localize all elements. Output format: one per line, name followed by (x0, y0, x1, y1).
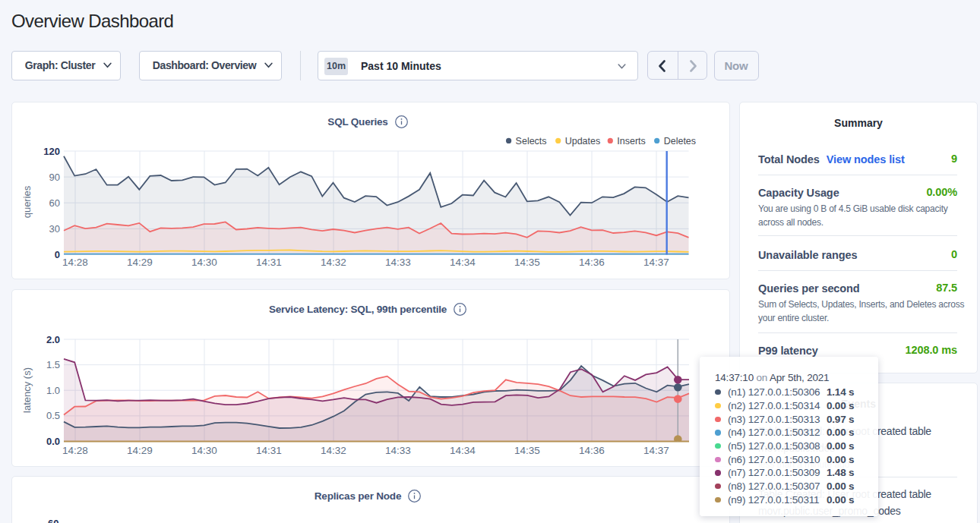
svg-text:120: 120 (43, 146, 60, 157)
svg-text:Selects: Selects (516, 136, 547, 147)
svg-text:14:31: 14:31 (256, 445, 282, 456)
svg-text:30: 30 (49, 223, 60, 235)
svg-text:0: 0 (55, 249, 60, 260)
svg-text:14:33: 14:33 (385, 257, 411, 268)
svg-text:Updates: Updates (565, 136, 601, 147)
svg-text:latency (s): latency (s) (21, 367, 33, 413)
svg-text:14:29: 14:29 (127, 445, 153, 456)
svg-text:1.5: 1.5 (46, 359, 60, 370)
svg-text:14:37: 14:37 (643, 257, 669, 268)
svg-text:14:30: 14:30 (191, 445, 217, 456)
svg-text:queries: queries (21, 185, 33, 218)
svg-text:14:30: 14:30 (191, 257, 217, 268)
svg-text:14:32: 14:32 (321, 445, 346, 456)
svg-text:14:36: 14:36 (579, 257, 605, 268)
svg-text:14:28: 14:28 (62, 445, 88, 456)
svg-text:14:31: 14:31 (256, 257, 282, 268)
svg-text:2.0: 2.0 (46, 334, 60, 345)
svg-text:60: 60 (49, 197, 60, 209)
svg-text:14:32: 14:32 (321, 257, 346, 268)
svg-text:14:35: 14:35 (514, 445, 540, 456)
svg-text:90: 90 (49, 172, 60, 183)
svg-text:14:35: 14:35 (514, 257, 540, 268)
svg-text:Inserts: Inserts (617, 136, 646, 147)
svg-text:14:34: 14:34 (450, 257, 476, 268)
svg-text:14:36: 14:36 (579, 445, 605, 456)
svg-text:0.5: 0.5 (46, 410, 60, 421)
svg-text:0.0: 0.0 (46, 436, 60, 447)
svg-text:Deletes: Deletes (664, 136, 696, 147)
svg-text:14:28: 14:28 (62, 257, 88, 268)
svg-text:1.0: 1.0 (46, 385, 60, 396)
svg-text:14:37: 14:37 (643, 445, 669, 456)
svg-text:14:34: 14:34 (450, 445, 476, 456)
svg-text:14:33: 14:33 (385, 445, 411, 456)
svg-text:14:29: 14:29 (127, 257, 153, 268)
